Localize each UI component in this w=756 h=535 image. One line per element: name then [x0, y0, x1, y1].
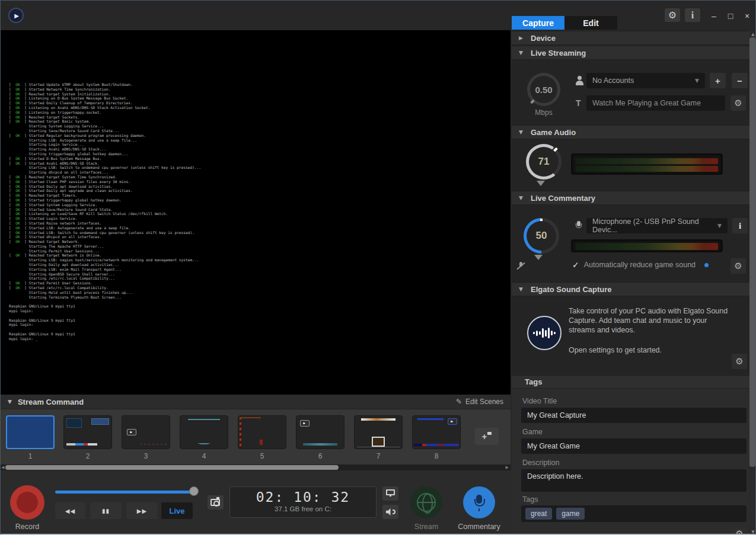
- minimize-button[interactable]: –: [708, 10, 720, 22]
- maximize-button[interactable]: □: [725, 10, 736, 22]
- console-output: [ OK ] Started Update UTMP about System …: [9, 82, 201, 341]
- close-button[interactable]: ×: [741, 10, 753, 22]
- tag-chip[interactable]: great: [525, 508, 552, 520]
- section-label: Device: [531, 34, 556, 43]
- scene-strip: 12345678: [1, 409, 511, 464]
- timecode-display: 02: 10: 32: [230, 489, 376, 505]
- metadata-gear-icon[interactable]: ⚙: [732, 528, 747, 535]
- tag-chip[interactable]: game: [556, 508, 585, 520]
- mic-info-button[interactable]: i: [732, 218, 748, 233]
- dial-tick: [530, 100, 535, 104]
- description-value: Description here.: [527, 472, 583, 480]
- scroll-up-icon[interactable]: ▲: [749, 32, 756, 37]
- scene-number: 8: [412, 452, 461, 460]
- chevron-down-icon: ▼: [519, 50, 525, 56]
- snapshot-button[interactable]: [208, 495, 224, 510]
- video-title-input[interactable]: My Great Capture: [521, 408, 747, 423]
- scene-thumbnail-2[interactable]: [63, 415, 112, 449]
- pause-button[interactable]: ▮▮: [90, 502, 122, 519]
- section-label: Tags: [525, 377, 542, 386]
- stream-command-header[interactable]: ▼ Stream Command ✎ Edit Scenes: [1, 395, 511, 409]
- game-value: My Great Game: [527, 442, 580, 450]
- section-header-device[interactable]: ▶ Device: [512, 31, 749, 45]
- panel-scrollbar-thumb[interactable]: [749, 37, 755, 467]
- dial-dropdown-triangle[interactable]: [534, 255, 543, 260]
- microphone-icon: [576, 221, 582, 230]
- scene-number: 7: [354, 452, 403, 460]
- live-button[interactable]: Live: [161, 502, 193, 519]
- scroll-left-icon[interactable]: ◀: [1, 465, 4, 470]
- video-title-value: My Great Capture: [527, 411, 586, 419]
- section-label: Live Commentary: [531, 194, 595, 203]
- scene-thumbnail-8[interactable]: [412, 415, 461, 449]
- section-header-live-streaming[interactable]: ▼ Live Streaming: [512, 46, 749, 60]
- section-label: Live Streaming: [531, 49, 586, 57]
- game-volume-dial[interactable]: 71: [526, 144, 562, 180]
- record-button[interactable]: [10, 485, 44, 520]
- scene-scrollbar-thumb[interactable]: [5, 465, 339, 470]
- tags-input[interactable]: greatgame: [521, 505, 747, 522]
- scene-thumbnail-3[interactable]: [122, 415, 170, 449]
- scene-thumbnail-7[interactable]: [354, 415, 403, 449]
- checkbox-check-icon[interactable]: ✓: [572, 260, 579, 270]
- rewind-button[interactable]: ◀◀: [55, 502, 85, 519]
- fast-forward-button[interactable]: ▶▶: [126, 502, 158, 519]
- commentary-settings-gear-icon[interactable]: ⚙: [731, 258, 746, 274]
- add-scene-button[interactable]: +: [475, 428, 499, 445]
- stream-button[interactable]: [410, 486, 442, 518]
- capture-panel: ▶ Device ▼ Live Streaming 0.50 Mbps No A…: [512, 30, 749, 535]
- reduce-game-sound-row[interactable]: ✓ Automatically reduce game sound: [572, 260, 709, 270]
- scene-thumbnail-5[interactable]: [238, 415, 286, 449]
- scroll-right-icon[interactable]: ▶: [506, 465, 509, 470]
- settings-gear-icon[interactable]: ⚙: [665, 8, 680, 22]
- app-window: ▶ ⚙ i – □ × Capture Edit [ OK ] Started …: [0, 0, 756, 535]
- account-person-icon: [575, 76, 584, 85]
- sound-capture-gear-icon[interactable]: ⚙: [732, 354, 747, 369]
- seek-slider[interactable]: [55, 491, 196, 494]
- commentary-button[interactable]: [463, 486, 495, 518]
- globe-icon: [417, 493, 436, 512]
- bitrate-dial[interactable]: 0.50: [527, 73, 560, 106]
- record-label: Record: [7, 523, 48, 531]
- remove-account-button[interactable]: −: [732, 73, 748, 88]
- section-header-live-commentary[interactable]: ▼ Live Commentary: [512, 191, 749, 205]
- scene-thumbnail-1[interactable]: [6, 415, 55, 449]
- mic-mute-icon[interactable]: [516, 261, 526, 271]
- stream-title-input[interactable]: Watch Me Playing a Great Game: [586, 95, 725, 111]
- tab-capture[interactable]: Capture: [512, 16, 564, 30]
- sound-capture-description: Take control of your PC audio with Elgat…: [569, 306, 730, 335]
- app-logo-icon: ▶: [8, 8, 24, 23]
- edit-scenes-button[interactable]: ✎ Edit Scenes: [456, 398, 503, 406]
- description-input[interactable]: Description here.: [521, 469, 747, 492]
- tab-edit[interactable]: Edit: [564, 16, 617, 30]
- game-input[interactable]: My Great Game: [521, 438, 747, 454]
- streaming-settings-gear-icon[interactable]: ⚙: [731, 95, 746, 111]
- scene-thumbnail-4[interactable]: [180, 415, 228, 449]
- game-label: Game: [522, 428, 543, 436]
- video-preview: [ OK ] Started Update UTMP about System …: [1, 30, 511, 395]
- dial-dropdown-triangle[interactable]: [537, 181, 545, 186]
- stream-label: Stream: [406, 523, 447, 531]
- accounts-dropdown[interactable]: No Accounts ▼: [586, 73, 705, 88]
- scroll-down-icon[interactable]: ▼: [749, 530, 756, 534]
- display-button[interactable]: [382, 486, 398, 501]
- microphone-dropdown[interactable]: Microphone (2- USB PnP Sound Devic... ▼: [586, 218, 728, 233]
- add-account-button[interactable]: +: [710, 73, 726, 88]
- reduce-game-sound-label: Automatically reduce game sound: [584, 261, 696, 269]
- pencil-icon: ✎: [456, 398, 462, 406]
- scene-scrollbar[interactable]: ◀ ▶: [1, 464, 511, 470]
- info-icon[interactable]: i: [685, 8, 700, 22]
- commentary-meter: [571, 239, 723, 252]
- commentary-volume-dial[interactable]: 50: [524, 218, 559, 254]
- section-header-sound-capture[interactable]: ▼ Elgato Sound Capture: [512, 282, 749, 296]
- edit-scenes-label: Edit Scenes: [465, 398, 503, 406]
- stream-command-label: Stream Command: [18, 398, 84, 406]
- commentary-volume-value: 50: [536, 230, 547, 242]
- section-header-game-audio[interactable]: ▼ Game Audio: [512, 125, 749, 139]
- seek-slider-handle[interactable]: [189, 486, 199, 496]
- section-header-tags[interactable]: Tags: [512, 375, 749, 389]
- audio-monitor-button[interactable]: [382, 505, 398, 519]
- scene-thumbnail-6[interactable]: [296, 415, 344, 449]
- chevron-down-icon: ▼: [8, 399, 12, 405]
- bitrate-value: 0.50: [535, 85, 552, 95]
